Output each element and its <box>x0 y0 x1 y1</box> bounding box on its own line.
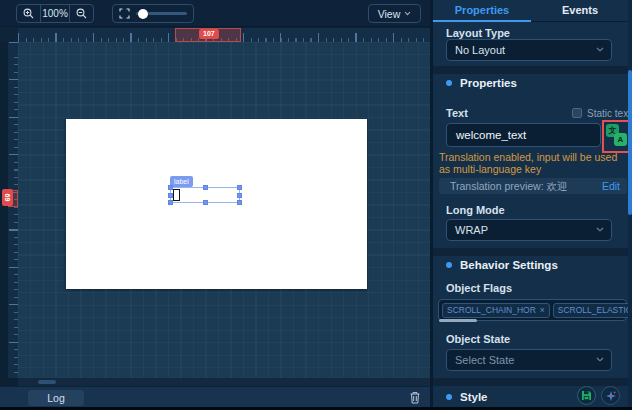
behavior-section-header: Behavior Settings <box>446 259 558 271</box>
brush-theme-icon <box>605 390 617 402</box>
translation-note: Translation enabled, input will be used … <box>439 152 625 175</box>
view-button-label: View <box>378 8 401 20</box>
resize-handle-middle-right[interactable] <box>237 193 242 198</box>
magnifier-plus-icon <box>23 8 34 19</box>
resize-handle-bottom-middle[interactable] <box>203 200 208 205</box>
translation-preview-text: Translation preview: 欢迎 <box>450 180 567 192</box>
object-state-placeholder: Select State <box>455 354 514 366</box>
section-bullet-icon <box>446 394 452 400</box>
left-gutter <box>0 42 8 386</box>
object-state-label: Object State <box>446 333 510 345</box>
panel-tabs: Properties Events <box>433 0 629 22</box>
canvas-horizontal-scrollbar-thumb[interactable] <box>38 380 56 384</box>
section-bullet-icon <box>446 262 452 268</box>
magnifier-minus-icon <box>76 8 87 19</box>
flag-chip[interactable]: SCROLL_ELASTIC× <box>553 303 632 318</box>
artboard-screen[interactable] <box>66 119 367 289</box>
save-style-button[interactable] <box>577 386 596 405</box>
section-divider <box>433 248 629 256</box>
tab-events[interactable]: Events <box>531 0 629 21</box>
zoom-in-button[interactable] <box>17 5 40 22</box>
clear-log-button[interactable] <box>409 391 423 405</box>
long-mode-select[interactable]: WRAP <box>446 219 612 241</box>
tab-properties[interactable]: Properties <box>433 0 531 21</box>
zoom-slider-group <box>112 4 194 23</box>
crop-icon <box>119 8 130 19</box>
vertical-ruler <box>8 42 18 378</box>
translation-preview-row: Translation preview: 欢迎 Edit <box>439 178 627 194</box>
log-tab[interactable]: Log <box>28 390 84 406</box>
canvas-horizontal-scrollbar[interactable] <box>18 378 430 386</box>
panel-scrollbar[interactable] <box>628 0 632 407</box>
text-input[interactable]: welcome_text <box>446 123 601 147</box>
view-dropdown-button[interactable]: View <box>368 4 421 23</box>
selected-label-widget[interactable] <box>170 187 240 203</box>
chevron-down-icon <box>596 227 604 232</box>
section-bullet-icon <box>446 80 452 86</box>
vertical-ruler-marker: 69 <box>2 189 13 206</box>
section-divider <box>433 378 629 386</box>
long-mode-label: Long Mode <box>446 204 505 216</box>
zoom-out-button[interactable] <box>70 5 93 22</box>
zoom-slider[interactable] <box>136 12 187 15</box>
trash-icon <box>409 391 421 404</box>
flag-chip-label: SCROLL_CHAIN_HOR <box>447 305 536 315</box>
section-divider <box>433 66 629 74</box>
chevron-down-icon <box>596 357 604 362</box>
layout-type-value: No Layout <box>455 44 505 56</box>
layout-type-label: Layout Type <box>446 27 510 39</box>
properties-section-header: Properties <box>446 77 517 89</box>
zoom-controls: 100% <box>16 4 94 23</box>
translation-edit-link[interactable]: Edit <box>602 178 620 194</box>
resize-handle-bottom-right[interactable] <box>237 200 242 205</box>
style-actions <box>577 386 620 405</box>
behavior-section-title: Behavior Settings <box>460 259 558 271</box>
flag-chip[interactable]: SCROLL_CHAIN_HOR× <box>442 303 550 318</box>
horizontal-ruler: 107 <box>18 28 430 42</box>
static-text-checkbox[interactable] <box>572 108 582 118</box>
resize-handle-top-right[interactable] <box>237 185 242 190</box>
flags-scrollbar-thumb[interactable] <box>439 319 477 322</box>
log-bar: Log <box>0 386 430 407</box>
text-field-label: Text <box>446 107 468 119</box>
design-canvas[interactable]: label <box>18 42 430 378</box>
object-flags-label: Object Flags <box>446 282 512 294</box>
ruler-corner <box>0 27 18 42</box>
zoom-level-display[interactable]: 100% <box>40 5 69 22</box>
style-section-header: Style <box>446 391 488 403</box>
theme-style-button[interactable] <box>601 386 620 405</box>
long-mode-value: WRAP <box>455 224 488 236</box>
object-flags-multiselect[interactable]: SCROLL_CHAIN_HOR× SCROLL_ELASTIC× <box>438 299 627 321</box>
object-state-select[interactable]: Select State <box>446 349 612 371</box>
chevron-down-icon <box>596 47 604 52</box>
static-text-checkbox-label: Static text <box>587 108 631 119</box>
missing-glyph-box <box>173 189 180 201</box>
flag-chip-label: SCROLL_ELASTIC <box>558 305 632 315</box>
properties-panel: Properties Events Layout Type No Layout … <box>430 0 632 407</box>
properties-section-title: Properties <box>460 77 517 89</box>
resize-handle-top-middle[interactable] <box>203 185 208 190</box>
selected-element-tag-badge: label <box>170 176 193 187</box>
canvas-toolbar: 100% View <box>0 0 430 27</box>
horizontal-ruler-marker: 107 <box>199 29 219 39</box>
save-icon <box>581 390 592 401</box>
zoom-slider-handle[interactable] <box>138 9 148 19</box>
panel-scrollbar-thumb[interactable] <box>628 70 632 215</box>
remove-flag-icon[interactable]: × <box>540 305 545 315</box>
chevron-down-icon <box>404 11 411 16</box>
style-section-title: Style <box>460 391 488 403</box>
layout-type-select[interactable]: No Layout <box>446 39 612 61</box>
